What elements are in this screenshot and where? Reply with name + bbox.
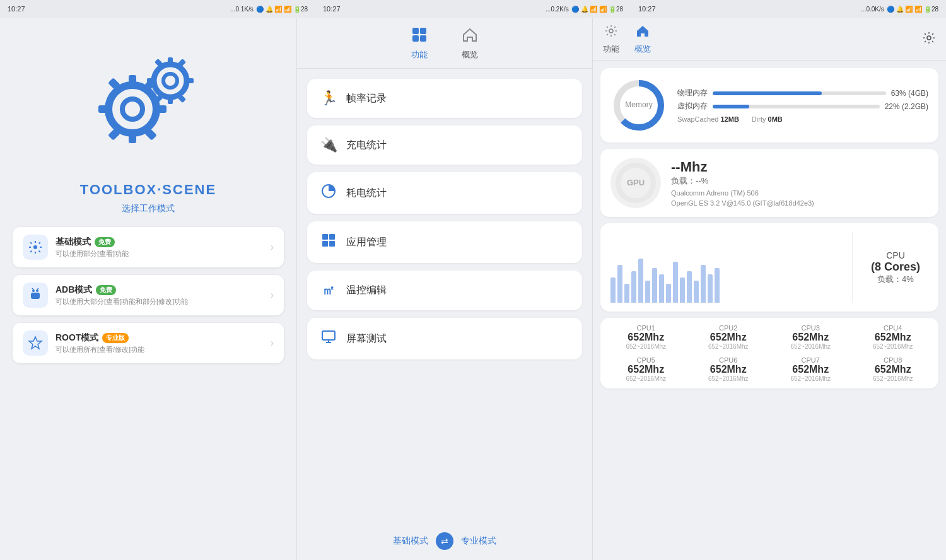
- memory-physical-row: 物理内存 63% (4GB): [677, 88, 928, 98]
- feature-label-0: 帧率记录: [346, 92, 387, 105]
- feature-power-stats[interactable]: 耗电统计: [307, 172, 582, 214]
- core-item: CPU2 652Mhz 652~2016Mhz: [691, 324, 767, 350]
- cpu-cores-label: (8 Cores): [871, 260, 920, 274]
- core-range: 652~2016Mhz: [708, 375, 749, 382]
- cpu-card: CPU (8 Cores) 负载：4%: [600, 223, 938, 312]
- arrow-basic: ›: [271, 242, 274, 253]
- svg-rect-4: [156, 105, 166, 113]
- svg-marker-26: [29, 337, 42, 349]
- gpu-load: 负载：--%: [671, 175, 928, 187]
- mode-icon-root: [23, 330, 48, 356]
- cpu-load-pct: 负载：4%: [877, 274, 914, 285]
- panel-bottom: 基础模式 ⇄ 专业模式: [297, 522, 592, 560]
- core-item: CPU5 652Mhz 652~2016Mhz: [608, 356, 684, 382]
- arrow-adb: ›: [271, 289, 274, 301]
- tab-features[interactable]: 功能: [404, 24, 435, 63]
- cpu-bar: [694, 281, 699, 303]
- badge-free-basic: 免费: [95, 237, 115, 247]
- core-range: 652~2016Mhz: [708, 343, 749, 350]
- time-2: 10:27: [323, 5, 341, 13]
- svg-rect-21: [31, 293, 40, 299]
- svg-rect-29: [412, 35, 419, 42]
- mode-icon-basic: [23, 235, 48, 260]
- core-mhz: 652Mhz: [628, 364, 664, 375]
- cpu-bar: [666, 284, 671, 303]
- right-tab-overview[interactable]: 概览: [634, 24, 651, 55]
- switch-basic-btn[interactable]: 基础模式: [393, 535, 428, 547]
- run-icon: 🏃: [320, 90, 337, 107]
- physical-mem-bar: [713, 91, 886, 95]
- mode-text-basic: 基础模式 免费 可以使用部分[查看]功能: [55, 236, 263, 259]
- right-tab-features-label: 功能: [603, 44, 619, 55]
- status-bar-1: 10:27 ...0.1K/s 🔵 🔔 📶 📶 🔋28: [0, 0, 315, 18]
- signal-3: ...0.0K/s: [861, 6, 884, 13]
- tab-overview-label: 概览: [462, 49, 478, 61]
- feature-app-manage[interactable]: 应用管理: [307, 221, 582, 263]
- svg-point-23: [36, 289, 38, 292]
- physical-mem-label: 物理内存: [677, 88, 708, 98]
- feature-label-2: 耗电统计: [346, 187, 387, 200]
- mode-item-adb[interactable]: ADB模式 免费 可以使用大部分[查看]功能和部分[修改]功能 ›: [13, 275, 284, 315]
- core-range: 652~2016Mhz: [873, 375, 913, 382]
- gear-icon-container: [79, 37, 218, 175]
- gears-graphic: [85, 43, 211, 169]
- core-mhz: 652Mhz: [792, 332, 829, 343]
- panel-right-tabs: 功能 概览: [593, 18, 946, 61]
- memory-info: 物理内存 63% (4GB) 虚拟内存 22% (2.2GB): [677, 88, 928, 123]
- cpu-bar: [617, 265, 622, 303]
- mode-item-root[interactable]: ROOT模式 专业版 可以使用所有[查看/修改]功能 ›: [13, 323, 284, 363]
- cpu-bar: [701, 265, 706, 303]
- plug-icon: 🔌: [320, 137, 337, 153]
- svg-rect-36: [322, 331, 335, 340]
- svg-point-11: [163, 74, 177, 88]
- virtual-mem-bar: [713, 105, 880, 108]
- core-range: 652~2016Mhz: [626, 343, 666, 350]
- core-label: CPU7: [802, 356, 820, 364]
- core-range: 652~2016Mhz: [626, 375, 666, 382]
- gpu-mhz: --Mhz: [671, 159, 928, 175]
- svg-text:Memory: Memory: [625, 100, 652, 109]
- memory-virtual-row: 虚拟内存 22% (2.2GB): [677, 101, 928, 112]
- mode-desc-root: 可以使用所有[查看/修改]功能: [55, 345, 263, 354]
- cpu-chart-area: [610, 232, 853, 303]
- cpu-bar: [708, 274, 713, 303]
- core-mhz: 652Mhz: [710, 332, 747, 343]
- swap-cached: SwapCached 12MB: [677, 115, 739, 123]
- tab-overview[interactable]: 概览: [454, 24, 486, 63]
- virtual-mem-fill: [713, 105, 749, 108]
- gpu-info: --Mhz 负载：--% Qualcomm Adreno (TM) 506 Op…: [671, 159, 928, 207]
- core-label: CPU1: [637, 324, 655, 332]
- right-overview-icon: [636, 24, 650, 41]
- svg-point-39: [609, 29, 613, 33]
- time-3: 10:27: [638, 5, 656, 13]
- feature-screen-test[interactable]: 屏幕测试: [307, 318, 582, 359]
- svg-rect-13: [168, 97, 173, 104]
- icons-2: 🔵 🔔 📶 📶 🔋28: [571, 6, 623, 13]
- icons-3: 🔵 🔔 📶 📶 🔋28: [887, 6, 938, 13]
- mode-title-basic: 基础模式 免费: [55, 236, 263, 248]
- feature-frame-rate[interactable]: 🏃 帧率记录: [307, 79, 582, 118]
- gpu-circle: GPU: [610, 158, 661, 208]
- switch-pro-btn[interactable]: 专业模式: [461, 535, 496, 547]
- right-tab-features[interactable]: 功能: [603, 24, 619, 55]
- panel-left: TOOLBOX·SCENE 选择工作模式 基础模式 免费 可以使用部分[查看]功…: [0, 18, 296, 560]
- app-title: TOOLBOX·SCENE: [80, 182, 216, 198]
- settings-icon: [28, 240, 43, 255]
- feature-charge-stats[interactable]: 🔌 充电统计: [307, 125, 582, 165]
- svg-rect-14: [187, 78, 194, 83]
- monitor-icon: [321, 329, 336, 344]
- svg-point-40: [927, 36, 931, 40]
- cpu-bar: [652, 268, 657, 303]
- mode-item-basic[interactable]: 基础模式 免费 可以使用部分[查看]功能 ›: [13, 227, 284, 267]
- gpu-model1: Qualcomm Adreno (TM) 506: [671, 189, 928, 197]
- core-item: CPU7 652Mhz 652~2016Mhz: [773, 356, 849, 382]
- feature-label-3: 应用管理: [346, 236, 387, 249]
- feature-temp-edit[interactable]: ㎡ 温控编辑: [307, 271, 582, 310]
- settings-button[interactable]: [922, 31, 936, 49]
- core-label: CPU3: [802, 324, 820, 332]
- virtual-mem-val: 22% (2.2GB): [885, 102, 928, 111]
- switch-arrow-icon[interactable]: ⇄: [436, 532, 453, 550]
- core-mhz: 652Mhz: [628, 332, 664, 343]
- cores-grid: CPU1 652Mhz 652~2016Mhz CPU2 652Mhz 652~…: [608, 324, 931, 382]
- memory-donut-chart: Memory: [610, 77, 667, 134]
